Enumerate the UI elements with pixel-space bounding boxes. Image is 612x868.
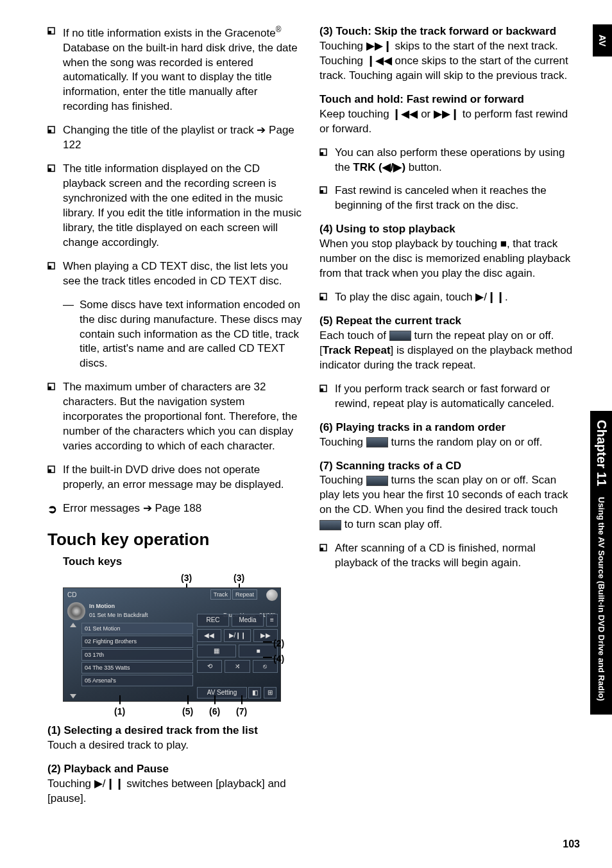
ss-play-pause-button[interactable]: ▶/❙❙	[224, 629, 251, 642]
svg-rect-15	[320, 190, 323, 193]
body-text: Touching turns the random play on or off…	[319, 435, 576, 450]
ss-blank-button[interactable]: ▦	[197, 645, 236, 657]
note-item: After scanning of a CD is finished, norm…	[319, 541, 576, 571]
random-button-icon	[366, 437, 388, 447]
svg-rect-1	[48, 31, 51, 34]
body-text: Keep touching ❙◀◀ or ▶▶❙ to perform fast…	[319, 107, 576, 137]
ss-track-title: 01 Set Me In Backdraft	[89, 611, 148, 619]
note-item: When playing a CD TEXT disc, the list le…	[47, 259, 304, 289]
step-heading: (7) Scanning tracks of a CD	[319, 459, 576, 474]
note-item: If the built-in DVD drive does not opera…	[47, 463, 304, 492]
ss-repeat-button[interactable]: ⟲	[197, 660, 222, 673]
body-text: Touch a desired track to play.	[47, 738, 304, 753]
svg-rect-11	[48, 469, 51, 473]
step-heading: (3) Touch: Skip the track forward or bac…	[319, 24, 576, 39]
callout-3: (3)	[234, 572, 244, 584]
note-item: Changing the title of the playlist or tr…	[47, 123, 304, 153]
side-tab-chapter: Chapter 11 Using the AV Source (Built-in…	[590, 411, 612, 715]
svg-rect-9	[48, 386, 51, 390]
repeat-button-icon	[389, 331, 411, 341]
right-column: (3) Touch: Skip the track forward or bac…	[319, 24, 576, 815]
section-heading: Touch key operation	[47, 528, 304, 551]
callout-6: (6)	[209, 706, 220, 718]
ss-source-label: CD	[67, 591, 76, 600]
ss-scroll-up-icon[interactable]	[70, 623, 76, 627]
ss-track-row[interactable]: 03 17th	[81, 649, 193, 661]
play-pause-icon: ▶/❙❙	[475, 291, 505, 303]
ss-media-button[interactable]: Media	[232, 614, 264, 627]
ss-track-row[interactable]: 02 Fighting Brothers	[81, 636, 193, 647]
scan-button-icon	[366, 476, 388, 486]
callout-1: (1)	[114, 706, 125, 718]
note-item: The maximum umber of characters are 32 c…	[47, 380, 304, 454]
ss-list-button[interactable]: ≡	[266, 614, 278, 627]
svg-rect-7	[48, 266, 51, 269]
sub-heading: Touch keys	[47, 555, 304, 569]
note-item: To play the disc again, touch ▶/❙❙.	[319, 290, 576, 305]
svg-rect-5	[48, 168, 51, 171]
callout-5: (5)	[182, 706, 193, 718]
note-bullet-icon	[47, 463, 63, 492]
scan-button-icon	[319, 520, 341, 530]
note-item: You can also perform these operations by…	[319, 146, 576, 175]
callout-7: (7)	[236, 706, 247, 718]
note-bullet-icon	[319, 184, 335, 213]
note-bullet-icon	[319, 290, 335, 305]
left-column: If no title information exists in the Gr…	[47, 24, 304, 815]
body-text: Touching ▶▶❙ skips to the start of the n…	[319, 39, 576, 83]
note-bullet-icon	[47, 123, 63, 153]
step-heading: Touch and hold: Fast rewind or forward	[319, 92, 576, 107]
svg-rect-21	[320, 548, 323, 551]
ss-track-row[interactable]: 05 Arsenal's	[81, 675, 193, 686]
ss-random-button[interactable]: ⤨	[225, 660, 250, 673]
sub-note-item: — Some discs have text information encod…	[47, 298, 304, 372]
ss-track-row[interactable]: 04 The 335 Watts	[81, 662, 193, 673]
note-item: The title information displayed on the C…	[47, 162, 304, 250]
note-item: Fast rewind is canceled when it reaches …	[319, 184, 576, 213]
ss-stop-button[interactable]: ■	[239, 645, 278, 657]
play-pause-icon: ▶/❙❙	[94, 777, 124, 790]
page-number: 103	[563, 837, 580, 851]
body-text: When you stop playback by touching ■, th…	[319, 237, 576, 281]
note-bullet-icon	[47, 162, 63, 250]
ss-bottom-icon[interactable]: ◧	[248, 687, 261, 699]
page-content: If no title information exists in the Gr…	[0, 0, 612, 815]
step-heading: (1) Selecting a desired track from the l…	[47, 724, 304, 738]
dash-icon: —	[63, 298, 80, 372]
next-track-icon: ▶▶❙	[366, 40, 392, 52]
note-bullet-icon	[319, 541, 335, 571]
callout-4: (4)	[273, 653, 284, 665]
note-bullet-icon	[47, 259, 63, 289]
note-bullet-icon	[47, 380, 63, 454]
svg-rect-19	[320, 388, 323, 392]
ss-tab-track[interactable]: Track	[210, 589, 231, 600]
note-item: If no title information exists in the Gr…	[47, 24, 304, 114]
svg-rect-17	[320, 297, 323, 300]
stop-icon: ■	[500, 238, 507, 250]
ss-bottom-icon[interactable]: ⊞	[264, 687, 276, 699]
body-text: Each touch of turn the repeat play on or…	[319, 329, 576, 373]
ss-prev-button[interactable]: ◀◀	[197, 629, 221, 642]
screenshot-figure: (3) (3) CD Track Repeat In Motion 01 Set…	[47, 575, 304, 724]
ss-tab-repeat[interactable]: Repeat	[232, 589, 257, 600]
ss-av-setting-button[interactable]: AV Setting	[197, 687, 247, 699]
note-item: If you perform track search or fast forw…	[319, 382, 576, 412]
step-heading: (6) Playing tracks in a random order	[319, 421, 576, 435]
ss-scroll-down-icon[interactable]	[70, 694, 76, 699]
ss-disc-icon	[67, 602, 85, 620]
prev-track-icon: ❙◀◀	[366, 55, 392, 67]
related-icon: ➲	[47, 501, 63, 517]
callout-3: (3)	[181, 572, 192, 584]
arrow-right-icon: ➔	[257, 124, 266, 136]
ss-rec-button[interactable]: REC	[197, 614, 229, 627]
note-bullet-icon	[319, 146, 335, 175]
ss-track-row[interactable]: 01 Set Motion	[81, 623, 193, 634]
svg-rect-3	[48, 130, 51, 133]
note-bullet-icon	[47, 24, 63, 114]
ss-album: In Motion	[89, 603, 115, 609]
body-text: Touching turns the scan play on or off. …	[319, 473, 576, 532]
ss-tracklist: 01 Set Motion 02 Fighting Brothers 03 17…	[81, 623, 193, 688]
step-heading: (4) Using to stop playback	[319, 222, 576, 237]
step-heading: (2) Playback and Pause	[47, 762, 304, 777]
note-bullet-icon	[319, 382, 335, 412]
